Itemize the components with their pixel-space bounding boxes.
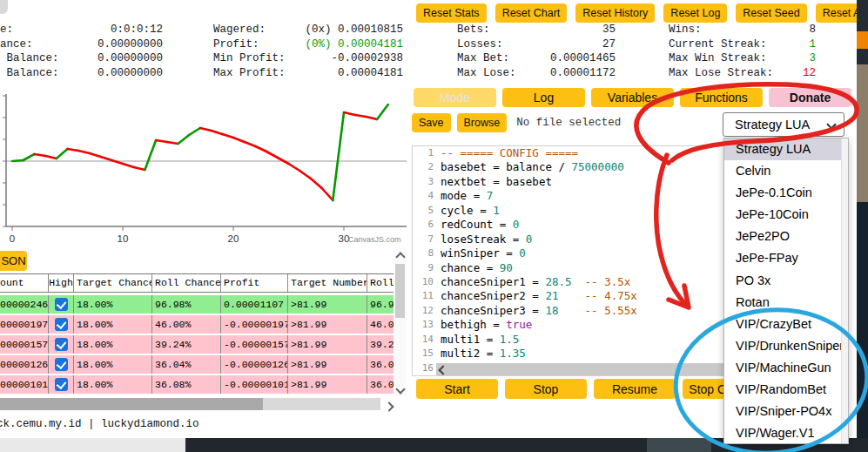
toggle-switch-partial[interactable] — [0, 0, 8, 14]
save-button[interactable]: Save — [412, 113, 451, 132]
line-number: 9 — [413, 261, 441, 275]
scroll-down-icon[interactable] — [395, 384, 405, 394]
dropdown-option[interactable]: JePe-10Coin — [724, 204, 848, 226]
control-button[interactable]: Resume — [594, 379, 676, 399]
stat-label: Wins: — [669, 23, 702, 37]
stat-label: ance: — [0, 37, 33, 52]
tab-button[interactable]: Log — [502, 88, 585, 107]
scroll-up-icon[interactable] — [395, 252, 405, 261]
dropdown-option[interactable]: PO 3x — [724, 270, 848, 292]
line-number: 2 — [413, 160, 441, 174]
json-button[interactable]: SON — [0, 251, 27, 271]
line-number: 3 — [413, 175, 441, 189]
stat-label: Bets: — [457, 23, 490, 37]
stat-row: Wagered:(0x) 0.00010815 — [213, 23, 403, 37]
tab-button[interactable]: Donate — [769, 88, 851, 107]
cell-profit: 0.00001107 — [221, 295, 288, 314]
table-vertical-scrollbar[interactable] — [394, 248, 407, 396]
dropdown-option[interactable]: JePe-0.1Coin — [724, 182, 848, 204]
cell-roll-chance: 96.98% — [152, 295, 221, 314]
table-row: 00000126 18.00% 36.04% -0.00000126 >81.9… — [0, 355, 397, 374]
browse-button[interactable]: Browse — [457, 113, 508, 132]
svg-text:CanvasJS.com: CanvasJS.com — [348, 235, 401, 244]
background-orange-badge — [857, 31, 868, 49]
stat-row: Profit:(0%) 0.00004181 — [213, 37, 403, 52]
vertical-scroll-thumb[interactable] — [395, 264, 405, 318]
stats-column-profit: Wagered:(0x) 0.00010815Profit:(0%) 0.000… — [213, 23, 403, 80]
cell-target-chance: 18.00% — [74, 355, 152, 374]
background-image-fragment — [857, 64, 868, 202]
strategy-select-value: Strategy LUA — [735, 118, 810, 132]
stat-row: Balance:0.00000000 — [0, 66, 163, 81]
line-number: 10 — [413, 275, 441, 289]
cell-roll: 46.00 — [367, 315, 397, 334]
cell-target-chance: 18.00% — [74, 295, 152, 314]
cell-roll-chance: 36.04% — [152, 355, 221, 374]
dropdown-option[interactable]: VIP/CrazyBet — [724, 314, 848, 335]
stat-row: Bets:35 — [457, 23, 616, 37]
dropdown-option[interactable]: VIP/Wager.V1 — [724, 422, 848, 444]
reset-button[interactable]: Reset Log — [663, 3, 727, 23]
stat-row: Max Lose:0.00001172 — [457, 66, 616, 81]
dropdown-option[interactable]: VIP/MachineGun — [724, 357, 848, 379]
table-row: 00000157 18.00% 39.24% -0.00000157 >81.9… — [0, 335, 397, 354]
line-number: 13 — [413, 318, 441, 332]
stat-value: 0.00000000 — [98, 37, 163, 52]
stat-label: Max Lose Streak: — [669, 66, 773, 81]
dropdown-scrollbar[interactable] — [841, 138, 848, 443]
high-checkbox[interactable] — [55, 338, 68, 351]
tab-button[interactable]: Mode — [414, 88, 496, 107]
line-number: 12 — [413, 304, 441, 318]
taskbar-item-light[interactable] — [0, 438, 185, 452]
dropdown-option[interactable]: VIP/RandomBet — [724, 379, 848, 401]
line-number: 7 — [413, 233, 441, 246]
stat-label: Min Profit: — [213, 51, 286, 66]
strategy-select[interactable]: Strategy LUA — [723, 112, 844, 137]
dropdown-option[interactable]: Celvin — [724, 160, 848, 182]
taskbar-item-dark[interactable] — [647, 438, 711, 452]
high-checkbox[interactable] — [55, 378, 68, 391]
stat-row: Max Profit:0.00004181 — [213, 66, 403, 81]
scroll-right-button[interactable] — [380, 398, 397, 410]
cell-profit: -0.00000126 — [221, 355, 288, 374]
high-checkbox[interactable] — [55, 318, 68, 331]
stat-label: Max Lose: — [457, 66, 516, 81]
control-button[interactable]: Stop — [505, 379, 587, 399]
dropdown-option[interactable]: JePe2PO — [724, 226, 848, 247]
horizontal-scroll-thumb[interactable] — [0, 398, 263, 410]
reset-button[interactable]: Reset Seed — [736, 3, 806, 23]
control-button[interactable]: Start — [416, 379, 498, 399]
table-horizontal-scrollbar[interactable] — [0, 398, 397, 410]
tab-button[interactable]: Functions — [680, 88, 763, 107]
scroll-left-icon[interactable] — [438, 365, 447, 374]
stats-column-bets: Bets:35Losses:27Max Bet:0.00001465Max Lo… — [457, 23, 616, 80]
reset-button[interactable]: Reset Stats — [416, 3, 487, 23]
cell-high — [49, 355, 74, 374]
svg-text:20: 20 — [228, 233, 239, 244]
dropdown-option[interactable]: VIP/Sniper-PO4x — [724, 401, 848, 422]
column-header: Target Chance — [74, 274, 152, 292]
tab-button[interactable]: Variables — [591, 88, 674, 107]
cell-target-chance: 18.00% — [74, 335, 152, 354]
results-table: ountHighTarget ChanceRoll ChanceProfitTa… — [0, 273, 397, 395]
dropdown-option[interactable]: Rotan — [724, 292, 848, 314]
table-row: 00000101 18.00% 36.08% -0.00000101 >81.9… — [0, 375, 397, 394]
stat-label: Profit: — [213, 37, 259, 52]
reset-button-row: Reset StatsReset ChartReset HistoryReset… — [416, 3, 868, 23]
cell-target-number: >81.99 — [288, 295, 367, 314]
dropdown-option[interactable]: JePe-FPay — [724, 247, 848, 269]
stat-row: Max Win Streak:3 — [669, 51, 816, 66]
dropdown-option[interactable]: VIP/DrunkenSniper — [724, 335, 848, 357]
cell-target-chance: 18.00% — [74, 375, 152, 394]
table-row: 00000197 18.00% 46.00% -0.00000197 >81.9… — [0, 315, 397, 334]
high-checkbox[interactable] — [55, 358, 68, 371]
cell-roll: 36.08 — [367, 375, 397, 394]
reset-button[interactable]: Reset Chart — [495, 3, 568, 23]
dropdown-option[interactable]: Strategy LUA — [724, 138, 848, 160]
reset-button[interactable]: Reset History — [575, 3, 655, 23]
high-checkbox[interactable] — [55, 298, 68, 311]
line-number: 1 — [413, 146, 441, 160]
cell-target-number: >81.99 — [288, 355, 367, 374]
stat-row: Wins:8 — [669, 23, 816, 37]
cell-amount: 00000197 — [0, 315, 49, 334]
